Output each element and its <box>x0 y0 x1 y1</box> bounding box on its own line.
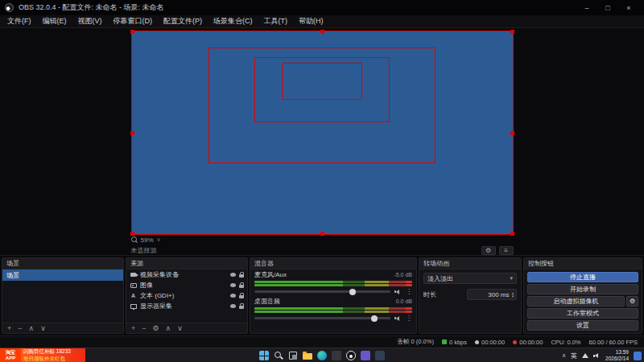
duration-input[interactable]: 300 ms ▴▾ <box>467 289 517 300</box>
connection-status-icon <box>442 339 447 344</box>
menu-tools[interactable]: 工具(T) <box>258 16 294 27</box>
tray-expand-icon[interactable]: ∧ <box>562 352 566 359</box>
obs-taskbar-icon[interactable] <box>346 351 356 360</box>
settings-button[interactable]: 设置 <box>527 320 638 331</box>
controls-panel-title[interactable]: 控制按钮 <box>524 258 642 269</box>
scene-move-up-button[interactable]: ∧ <box>29 325 35 332</box>
edge-icon[interactable] <box>317 351 327 360</box>
mini-taskbar-icons <box>290 159 353 162</box>
scenes-panel-title[interactable]: 场景 <box>2 258 123 269</box>
slider-thumb[interactable] <box>371 315 378 322</box>
speaker-icon[interactable] <box>394 315 402 322</box>
mini-clock <box>475 228 510 234</box>
add-source-button[interactable]: + <box>131 325 135 332</box>
display-capture-source[interactable] <box>131 31 514 235</box>
recursive-capture-level <box>208 47 436 162</box>
channel-options-icon[interactable]: ⋮ <box>406 315 412 322</box>
app-icon[interactable] <box>361 351 370 360</box>
tray-date: 2026/2/14 <box>605 356 629 362</box>
studio-mode-button[interactable]: 工作室模式 <box>527 308 638 319</box>
visibility-icon[interactable] <box>230 304 236 308</box>
window-title: OBS 32.0.4 - 配置文件: 未命名 - 场景: 未命名 <box>19 2 164 13</box>
remove-source-button[interactable]: − <box>142 325 146 332</box>
app-icon[interactable] <box>332 351 341 360</box>
ime-indicator[interactable]: 英 <box>571 352 577 360</box>
notification-badge[interactable] <box>634 352 642 360</box>
volume-meter <box>254 281 412 283</box>
visibility-icon[interactable] <box>230 273 236 277</box>
menu-scene-collection[interactable]: 场景集合(C) <box>208 16 258 27</box>
visibility-icon[interactable] <box>230 294 236 298</box>
virtual-camera-settings-button[interactable]: ⚙ <box>626 296 638 306</box>
source-move-up-button[interactable]: ∧ <box>166 325 171 332</box>
menu-docks[interactable]: 停靠窗口(D) <box>108 16 159 27</box>
mini-docks <box>208 130 436 154</box>
add-scene-button[interactable]: + <box>7 325 11 332</box>
minimize-button[interactable]: – <box>576 0 597 15</box>
source-item[interactable]: A 文本 (GDI+) <box>126 290 247 301</box>
app-icon[interactable] <box>375 351 385 360</box>
volume-slider[interactable] <box>254 317 390 319</box>
clock[interactable]: 13:59 2026/2/14 <box>605 349 629 362</box>
channel-options-icon[interactable]: ⋮ <box>406 289 412 295</box>
taobao-app-logo[interactable]: 淘宝APP <box>0 348 21 362</box>
lock-icon[interactable] <box>239 285 244 288</box>
transition-select[interactable]: 淡入淡出 ▾ <box>423 273 517 284</box>
slider-thumb[interactable] <box>349 289 356 295</box>
source-properties-button[interactable]: ⚙ <box>153 325 159 332</box>
dropdown-arrow-icon: ▾ <box>510 275 513 282</box>
start-recording-button[interactable]: 开始录制 <box>527 284 638 294</box>
transitions-panel-title[interactable]: 转场动画 <box>419 258 521 269</box>
sources-panel-title[interactable]: 来源 <box>126 258 247 269</box>
mixer-panel-title[interactable]: 混音器 <box>250 258 416 269</box>
menu-file[interactable]: 文件(F) <box>2 16 37 27</box>
start-virtual-camera-button[interactable]: 启动虚拟摄像机 <box>527 296 625 306</box>
source-item[interactable]: 显示器采集 <box>126 301 247 311</box>
zoom-control[interactable]: 59% ∨ <box>131 235 514 245</box>
menu-help[interactable]: 帮助(H) <box>293 16 329 27</box>
file-explorer-icon[interactable] <box>303 351 312 360</box>
menu-profile[interactable]: 配置文件(P) <box>158 16 208 27</box>
close-button[interactable]: × <box>618 0 639 15</box>
speaker-icon[interactable] <box>394 289 402 295</box>
mini-taskbar-icons <box>269 228 376 233</box>
visibility-icon[interactable] <box>230 283 236 287</box>
start-button[interactable] <box>259 351 269 360</box>
volume-slider[interactable] <box>254 290 390 293</box>
mini-statusbar <box>131 220 514 226</box>
mini-toolbar <box>208 123 436 130</box>
magnifier-icon <box>131 237 138 243</box>
filters-button[interactable]: ≡ <box>499 246 514 255</box>
scene-move-down-button[interactable]: ∨ <box>40 325 46 332</box>
menu-view[interactable]: 视图(V) <box>72 16 108 27</box>
source-item[interactable]: 视频采集设备 <box>126 269 247 280</box>
status-bar: 丢帧 0 (0.0%) 0 kbps 00:00:00 00:00:00 CPU… <box>0 335 644 348</box>
titlebar[interactable]: OBS 32.0.4 - 配置文件: 未命名 - 场景: 未命名 – □ × <box>0 0 644 15</box>
spinner-arrows[interactable]: ▴▾ <box>511 291 514 298</box>
lock-icon[interactable] <box>239 295 244 298</box>
source-move-down-button[interactable]: ∨ <box>177 325 183 332</box>
remove-scene-button[interactable]: − <box>18 325 22 332</box>
volume-icon[interactable] <box>593 352 601 359</box>
obs-window: OBS 32.0.4 - 配置文件: 未命名 - 场景: 未命名 – □ × 文… <box>0 0 644 348</box>
lock-icon[interactable] <box>239 306 244 309</box>
mini-clock <box>376 121 388 122</box>
audio-mixer-panel: 混音器 麦克风/Aux -5.0 dB ⋮ <box>250 257 417 334</box>
menu-edit[interactable]: 编辑(E) <box>37 16 72 27</box>
search-button[interactable] <box>274 351 283 360</box>
chevron-down-icon[interactable]: ∨ <box>157 237 161 243</box>
properties-button[interactable]: ⚙ <box>481 246 496 255</box>
obs-logo-icon <box>5 3 14 12</box>
preview-canvas[interactable] <box>131 31 514 235</box>
source-toolbar: 未选择源 ⚙ ≡ <box>131 245 514 256</box>
ad-text[interactable]: 闪购百亿补贴 18233 每日领取外卖红包 <box>21 348 85 362</box>
mini-ad <box>254 120 272 122</box>
scene-item[interactable]: 场景 <box>2 269 123 281</box>
source-item[interactable]: 图像 <box>126 280 247 290</box>
network-icon[interactable] <box>582 353 588 358</box>
taobao-ad[interactable]: 淘宝APP 闪购百亿补贴 18233 每日领取外卖红包 <box>0 348 85 362</box>
stop-streaming-button[interactable]: 停止直播 <box>527 272 638 282</box>
task-view-button[interactable] <box>288 351 298 360</box>
maximize-button[interactable]: □ <box>597 0 618 15</box>
lock-icon[interactable] <box>239 274 244 278</box>
